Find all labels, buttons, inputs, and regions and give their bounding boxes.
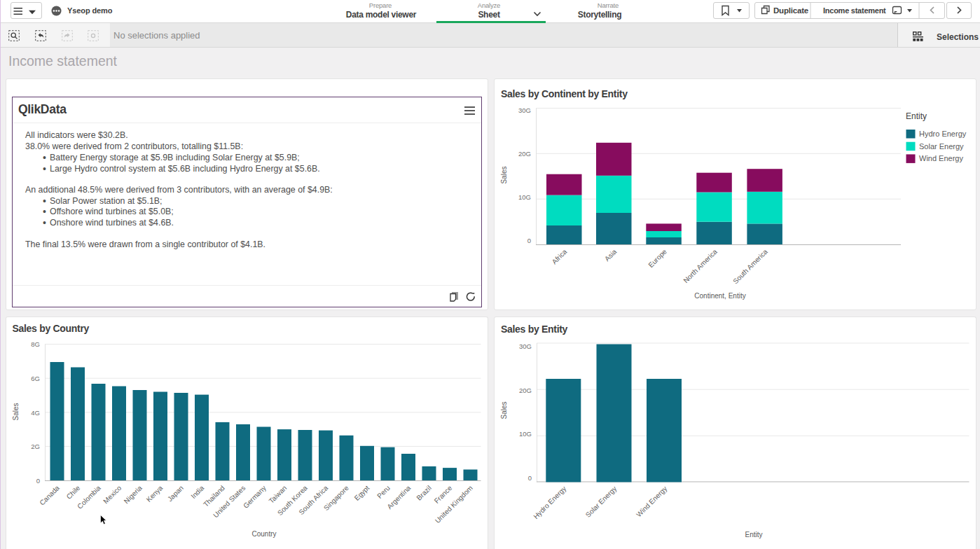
svg-text:8G: 8G — [31, 340, 40, 348]
svg-text:Africa: Africa — [551, 247, 569, 265]
svg-text:North America: North America — [682, 247, 719, 284]
svg-text:Hydro Energy: Hydro Energy — [919, 130, 967, 138]
svg-text:Duplicate: Duplicate — [773, 6, 808, 15]
svg-text:Wind Energy: Wind Energy — [919, 154, 963, 162]
svg-text:Sales: Sales — [500, 166, 508, 183]
svg-text:30G: 30G — [518, 106, 531, 114]
svg-text:United Kingdom: United Kingdom — [434, 484, 474, 524]
svg-text:2G: 2G — [31, 443, 40, 450]
svg-text:Wind Energy: Wind Energy — [635, 485, 668, 518]
svg-text:Sales: Sales — [500, 401, 508, 419]
svg-text:Hydro Energy: Hydro Energy — [532, 485, 567, 520]
svg-text:Japan: Japan — [166, 484, 185, 503]
svg-text:10G: 10G — [519, 430, 532, 438]
svg-text:0: 0 — [528, 474, 532, 482]
svg-text:20G: 20G — [518, 150, 531, 158]
svg-text:Kenya: Kenya — [145, 484, 165, 503]
svg-text:Brazil: Brazil — [415, 484, 432, 501]
svg-text:Canada: Canada — [38, 484, 61, 507]
svg-text:Peru: Peru — [375, 484, 392, 500]
svg-text:Chile: Chile — [65, 484, 82, 501]
svg-text:Egypt: Egypt — [353, 484, 371, 502]
svg-text:Germany: Germany — [242, 484, 268, 510]
svg-text:Entity: Entity — [906, 111, 927, 121]
svg-text:30G: 30G — [519, 342, 532, 350]
svg-text:Entity: Entity — [745, 531, 762, 538]
svg-text:Income statement: Income statement — [823, 6, 886, 15]
svg-text:Continent, Entity: Continent, Entity — [694, 292, 745, 300]
svg-text:Asia: Asia — [603, 247, 619, 263]
svg-text:10G: 10G — [518, 193, 531, 201]
svg-text:20G: 20G — [519, 387, 532, 394]
svg-text:South America: South America — [731, 247, 769, 285]
svg-text:Solar Energy: Solar Energy — [919, 142, 964, 151]
svg-text:Mexico: Mexico — [102, 484, 123, 505]
svg-text:Country: Country — [251, 530, 276, 538]
svg-text:6G: 6G — [31, 375, 40, 382]
svg-text:Sales: Sales — [12, 403, 20, 420]
svg-text:0: 0 — [36, 477, 40, 485]
svg-text:Solar Energy: Solar Energy — [584, 485, 619, 519]
svg-text:4G: 4G — [31, 409, 40, 417]
svg-text:Europe: Europe — [647, 247, 668, 269]
svg-text:India: India — [189, 484, 205, 500]
svg-text:0: 0 — [527, 237, 531, 244]
svg-text:Nigeria: Nigeria — [123, 484, 144, 505]
